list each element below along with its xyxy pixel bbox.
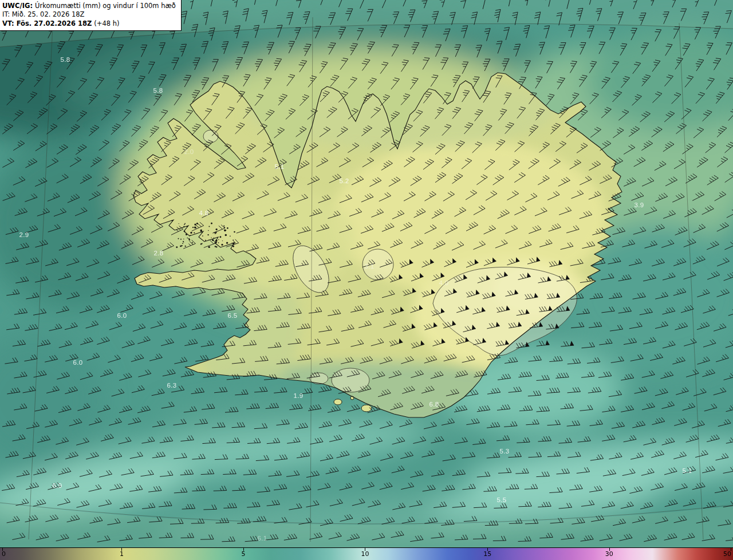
colorbar-tick-label: 5	[241, 550, 245, 558]
colorbar-tick-label: 50	[723, 550, 731, 558]
colorbar-tick-label: 1	[120, 550, 124, 558]
valid-time-line: VT: Fös. 27.02.2026 18Z(+48 h)	[2, 19, 176, 28]
init-time-line: IT: Mið. 25. 02. 2026 18Z	[2, 10, 176, 19]
precip-colorbar: 01510153050	[0, 547, 733, 560]
init-time: IT: Mið. 25. 02. 2026 18Z	[2, 10, 84, 18]
model-id: UWC/IG:	[2, 2, 33, 10]
colorbar-tick-label: 0	[2, 550, 6, 558]
colorbar-tick-label: 15	[483, 550, 491, 558]
weather-map: 5.85.82.05.15.23.94.82.92.83.14.06.06.56…	[0, 0, 733, 547]
wind-barbs-layer	[0, 0, 733, 547]
colorbar-ticks: 01510153050	[0, 548, 733, 560]
map-title: Úrkomumætti (mm) og vindur í 100m hæð	[35, 2, 176, 10]
valid-time: VT: Fös. 27.02.2026 18Z	[2, 19, 92, 27]
colorbar-tick-label: 30	[605, 550, 613, 558]
colorbar-tick-label: 10	[361, 550, 369, 558]
title-box: UWC/IG:Úrkomumætti (mm) og vindur í 100m…	[0, 0, 182, 31]
wind-barbs	[0, 0, 733, 542]
valid-offset: (+48 h)	[94, 19, 119, 27]
wind-barb-pennants	[399, 257, 574, 346]
map-title-line: UWC/IG:Úrkomumætti (mm) og vindur í 100m…	[2, 2, 176, 10]
